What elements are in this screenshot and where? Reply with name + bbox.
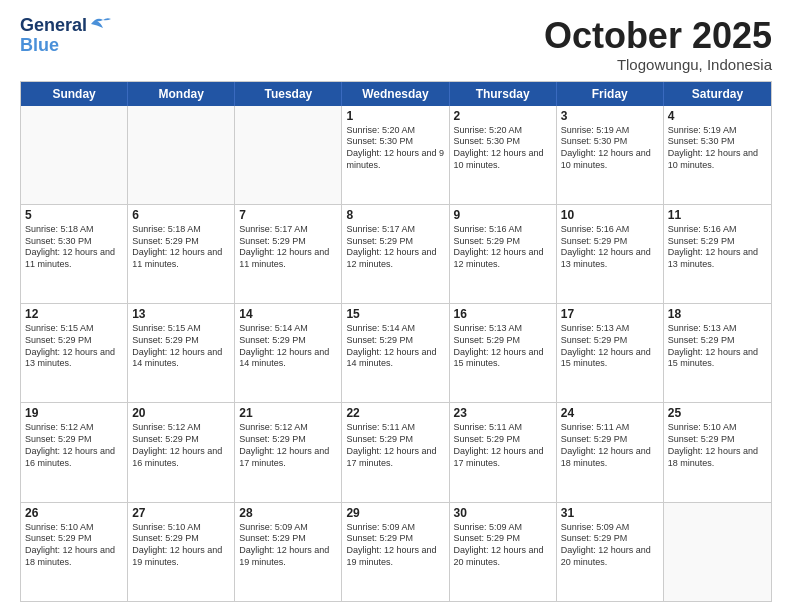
cell-info: Sunrise: 5:16 AM Sunset: 5:29 PM Dayligh… — [454, 224, 552, 271]
calendar-cell: 24Sunrise: 5:11 AM Sunset: 5:29 PM Dayli… — [557, 403, 664, 501]
day-number: 22 — [346, 406, 444, 420]
cell-info: Sunrise: 5:14 AM Sunset: 5:29 PM Dayligh… — [346, 323, 444, 370]
cell-info: Sunrise: 5:18 AM Sunset: 5:30 PM Dayligh… — [25, 224, 123, 271]
calendar-cell: 30Sunrise: 5:09 AM Sunset: 5:29 PM Dayli… — [450, 503, 557, 601]
calendar-cell: 8Sunrise: 5:17 AM Sunset: 5:29 PM Daylig… — [342, 205, 449, 303]
cell-info: Sunrise: 5:10 AM Sunset: 5:29 PM Dayligh… — [132, 522, 230, 569]
calendar-cell: 12Sunrise: 5:15 AM Sunset: 5:29 PM Dayli… — [21, 304, 128, 402]
cell-info: Sunrise: 5:09 AM Sunset: 5:29 PM Dayligh… — [454, 522, 552, 569]
calendar-cell: 7Sunrise: 5:17 AM Sunset: 5:29 PM Daylig… — [235, 205, 342, 303]
day-number: 26 — [25, 506, 123, 520]
calendar-row: 12Sunrise: 5:15 AM Sunset: 5:29 PM Dayli… — [21, 303, 771, 402]
cell-info: Sunrise: 5:13 AM Sunset: 5:29 PM Dayligh… — [668, 323, 767, 370]
cell-info: Sunrise: 5:15 AM Sunset: 5:29 PM Dayligh… — [132, 323, 230, 370]
calendar-cell: 13Sunrise: 5:15 AM Sunset: 5:29 PM Dayli… — [128, 304, 235, 402]
calendar-cell: 3Sunrise: 5:19 AM Sunset: 5:30 PM Daylig… — [557, 106, 664, 204]
month-title: October 2025 — [544, 16, 772, 56]
day-number: 19 — [25, 406, 123, 420]
cell-info: Sunrise: 5:14 AM Sunset: 5:29 PM Dayligh… — [239, 323, 337, 370]
calendar-cell — [664, 503, 771, 601]
cell-info: Sunrise: 5:20 AM Sunset: 5:30 PM Dayligh… — [346, 125, 444, 172]
calendar-cell: 22Sunrise: 5:11 AM Sunset: 5:29 PM Dayli… — [342, 403, 449, 501]
header-saturday: Saturday — [664, 82, 771, 106]
cell-info: Sunrise: 5:12 AM Sunset: 5:29 PM Dayligh… — [239, 422, 337, 469]
day-number: 7 — [239, 208, 337, 222]
cell-info: Sunrise: 5:16 AM Sunset: 5:29 PM Dayligh… — [668, 224, 767, 271]
calendar-cell: 1Sunrise: 5:20 AM Sunset: 5:30 PM Daylig… — [342, 106, 449, 204]
logo-bird-icon — [89, 16, 111, 32]
calendar-cell: 6Sunrise: 5:18 AM Sunset: 5:29 PM Daylig… — [128, 205, 235, 303]
day-number: 4 — [668, 109, 767, 123]
calendar-cell: 28Sunrise: 5:09 AM Sunset: 5:29 PM Dayli… — [235, 503, 342, 601]
calendar-cell: 31Sunrise: 5:09 AM Sunset: 5:29 PM Dayli… — [557, 503, 664, 601]
header-sunday: Sunday — [21, 82, 128, 106]
logo-text-blue: Blue — [20, 36, 59, 56]
calendar-cell — [235, 106, 342, 204]
day-number: 3 — [561, 109, 659, 123]
cell-info: Sunrise: 5:09 AM Sunset: 5:29 PM Dayligh… — [561, 522, 659, 569]
day-number: 9 — [454, 208, 552, 222]
day-number: 15 — [346, 307, 444, 321]
day-number: 20 — [132, 406, 230, 420]
calendar-cell: 21Sunrise: 5:12 AM Sunset: 5:29 PM Dayli… — [235, 403, 342, 501]
cell-info: Sunrise: 5:18 AM Sunset: 5:29 PM Dayligh… — [132, 224, 230, 271]
title-area: October 2025 Tlogowungu, Indonesia — [544, 16, 772, 73]
cell-info: Sunrise: 5:16 AM Sunset: 5:29 PM Dayligh… — [561, 224, 659, 271]
cell-info: Sunrise: 5:19 AM Sunset: 5:30 PM Dayligh… — [668, 125, 767, 172]
calendar-row: 5Sunrise: 5:18 AM Sunset: 5:30 PM Daylig… — [21, 204, 771, 303]
calendar-cell: 29Sunrise: 5:09 AM Sunset: 5:29 PM Dayli… — [342, 503, 449, 601]
cell-info: Sunrise: 5:12 AM Sunset: 5:29 PM Dayligh… — [132, 422, 230, 469]
calendar-cell: 17Sunrise: 5:13 AM Sunset: 5:29 PM Dayli… — [557, 304, 664, 402]
day-number: 29 — [346, 506, 444, 520]
location-title: Tlogowungu, Indonesia — [544, 56, 772, 73]
cell-info: Sunrise: 5:15 AM Sunset: 5:29 PM Dayligh… — [25, 323, 123, 370]
header-thursday: Thursday — [450, 82, 557, 106]
day-number: 11 — [668, 208, 767, 222]
calendar-cell: 5Sunrise: 5:18 AM Sunset: 5:30 PM Daylig… — [21, 205, 128, 303]
calendar-cell: 27Sunrise: 5:10 AM Sunset: 5:29 PM Dayli… — [128, 503, 235, 601]
cell-info: Sunrise: 5:09 AM Sunset: 5:29 PM Dayligh… — [239, 522, 337, 569]
cell-info: Sunrise: 5:11 AM Sunset: 5:29 PM Dayligh… — [346, 422, 444, 469]
day-number: 10 — [561, 208, 659, 222]
day-number: 13 — [132, 307, 230, 321]
day-number: 23 — [454, 406, 552, 420]
calendar-cell: 16Sunrise: 5:13 AM Sunset: 5:29 PM Dayli… — [450, 304, 557, 402]
day-number: 16 — [454, 307, 552, 321]
cell-info: Sunrise: 5:17 AM Sunset: 5:29 PM Dayligh… — [346, 224, 444, 271]
calendar-cell — [128, 106, 235, 204]
calendar-cell: 14Sunrise: 5:14 AM Sunset: 5:29 PM Dayli… — [235, 304, 342, 402]
cell-info: Sunrise: 5:10 AM Sunset: 5:29 PM Dayligh… — [25, 522, 123, 569]
day-number: 1 — [346, 109, 444, 123]
day-number: 28 — [239, 506, 337, 520]
day-number: 6 — [132, 208, 230, 222]
cell-info: Sunrise: 5:20 AM Sunset: 5:30 PM Dayligh… — [454, 125, 552, 172]
day-number: 25 — [668, 406, 767, 420]
cell-info: Sunrise: 5:11 AM Sunset: 5:29 PM Dayligh… — [454, 422, 552, 469]
day-number: 27 — [132, 506, 230, 520]
calendar-cell: 20Sunrise: 5:12 AM Sunset: 5:29 PM Dayli… — [128, 403, 235, 501]
header-monday: Monday — [128, 82, 235, 106]
cell-info: Sunrise: 5:13 AM Sunset: 5:29 PM Dayligh… — [561, 323, 659, 370]
calendar-cell: 4Sunrise: 5:19 AM Sunset: 5:30 PM Daylig… — [664, 106, 771, 204]
calendar-cell: 9Sunrise: 5:16 AM Sunset: 5:29 PM Daylig… — [450, 205, 557, 303]
calendar: Sunday Monday Tuesday Wednesday Thursday… — [20, 81, 772, 602]
calendar-cell: 19Sunrise: 5:12 AM Sunset: 5:29 PM Dayli… — [21, 403, 128, 501]
calendar-cell — [21, 106, 128, 204]
calendar-cell: 11Sunrise: 5:16 AM Sunset: 5:29 PM Dayli… — [664, 205, 771, 303]
logo: General Blue — [20, 16, 111, 56]
day-number: 24 — [561, 406, 659, 420]
page: General Blue October 2025 Tlogowungu, In… — [0, 0, 792, 612]
calendar-cell: 26Sunrise: 5:10 AM Sunset: 5:29 PM Dayli… — [21, 503, 128, 601]
logo-text-general: General — [20, 16, 87, 36]
calendar-row: 1Sunrise: 5:20 AM Sunset: 5:30 PM Daylig… — [21, 106, 771, 204]
day-number: 12 — [25, 307, 123, 321]
cell-info: Sunrise: 5:10 AM Sunset: 5:29 PM Dayligh… — [668, 422, 767, 469]
calendar-cell: 10Sunrise: 5:16 AM Sunset: 5:29 PM Dayli… — [557, 205, 664, 303]
calendar-cell: 25Sunrise: 5:10 AM Sunset: 5:29 PM Dayli… — [664, 403, 771, 501]
calendar-header: Sunday Monday Tuesday Wednesday Thursday… — [21, 82, 771, 106]
calendar-row: 26Sunrise: 5:10 AM Sunset: 5:29 PM Dayli… — [21, 502, 771, 601]
calendar-cell: 23Sunrise: 5:11 AM Sunset: 5:29 PM Dayli… — [450, 403, 557, 501]
cell-info: Sunrise: 5:09 AM Sunset: 5:29 PM Dayligh… — [346, 522, 444, 569]
cell-info: Sunrise: 5:19 AM Sunset: 5:30 PM Dayligh… — [561, 125, 659, 172]
day-number: 2 — [454, 109, 552, 123]
